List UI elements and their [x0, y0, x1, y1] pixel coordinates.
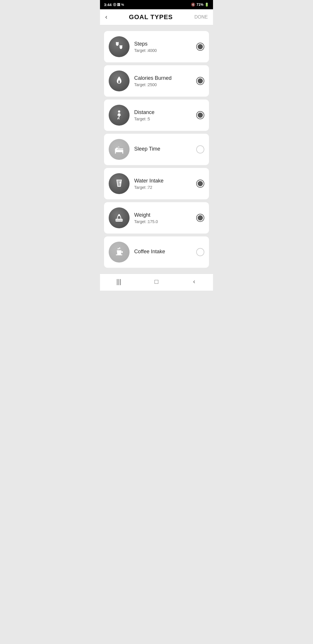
sleep-name: Sleep Time	[134, 146, 192, 152]
calories-text: Calories Burned Target :2500	[134, 75, 192, 87]
status-right: 🔇 71% 🔋	[191, 3, 209, 7]
goal-item-distance[interactable]: Distance Target :5	[104, 100, 209, 131]
steps-name: Steps	[134, 41, 192, 47]
header-divider	[100, 25, 213, 28]
water-icon-circle	[109, 173, 130, 194]
goal-item-water[interactable]: Water Intake Target :72	[104, 168, 209, 199]
weight-target: Target :175.0	[134, 219, 192, 224]
goal-item-weight[interactable]: Weight Target :175.0	[104, 202, 209, 234]
svg-rect-17	[116, 254, 122, 255]
nav-back-button[interactable]: ‹	[188, 278, 200, 285]
coffee-text: Coffee Intake	[134, 249, 192, 256]
sleep-radio[interactable]	[196, 145, 204, 153]
svg-point-3	[118, 42, 119, 43]
distance-text: Distance Target :5	[134, 109, 192, 121]
svg-rect-16	[121, 251, 123, 253]
distance-radio[interactable]	[196, 111, 204, 119]
page-title: GOAL TYPES	[129, 13, 173, 21]
calories-name: Calories Burned	[134, 75, 192, 81]
water-text: Water Intake Target :72	[134, 178, 192, 190]
water-icon	[114, 178, 125, 189]
coffee-icon	[114, 247, 125, 258]
nav-home-button[interactable]: □	[151, 278, 162, 285]
svg-point-14	[118, 214, 120, 216]
battery-label: 71%	[196, 3, 203, 7]
coffee-name: Coffee Intake	[134, 249, 192, 255]
steps-text: Steps Target :4000	[134, 41, 192, 53]
weight-radio[interactable]	[196, 214, 204, 222]
water-radio[interactable]	[196, 180, 204, 188]
coffee-radio[interactable]	[196, 248, 204, 256]
svg-point-2	[116, 42, 117, 43]
distance-name: Distance	[134, 109, 192, 115]
svg-rect-9	[115, 152, 116, 154]
goal-list: Steps Target :4000 Calories Burned Targe…	[100, 28, 213, 271]
water-target: Target :72	[134, 185, 192, 190]
calories-radio[interactable]	[196, 77, 204, 85]
steps-radio[interactable]	[196, 43, 204, 51]
weight-text: Weight Target :175.0	[134, 212, 192, 224]
battery-icon: 🔋	[205, 3, 209, 7]
steps-icon	[114, 41, 125, 52]
goal-item-coffee[interactable]: Coffee Intake	[104, 236, 209, 268]
mute-icon: 🔇	[191, 3, 195, 7]
distance-target: Target :5	[134, 117, 192, 121]
goal-item-calories[interactable]: Calories Burned Target :2500	[104, 65, 209, 97]
status-time: 3:44 ⓪ 🖼 %	[104, 3, 124, 7]
weight-name: Weight	[134, 212, 192, 218]
svg-point-5	[121, 45, 123, 46]
status-icons: ⓪ 🖼 %	[113, 3, 124, 7]
weight-icon-circle	[109, 207, 130, 228]
svg-point-4	[119, 45, 121, 46]
goal-item-sleep[interactable]: Sleep Time	[104, 134, 209, 165]
back-button[interactable]: ‹	[105, 13, 107, 21]
calories-icon	[114, 75, 125, 86]
steps-icon-circle	[109, 36, 130, 57]
svg-rect-10	[122, 152, 123, 154]
status-bar: 3:44 ⓪ 🖼 % 🔇 71% 🔋	[100, 0, 213, 9]
svg-point-6	[118, 110, 120, 113]
steps-target: Target :4000	[134, 48, 192, 53]
coffee-icon-circle	[109, 242, 130, 263]
goal-item-steps[interactable]: Steps Target :4000	[104, 31, 209, 62]
bottom-nav: ||| □ ‹	[100, 274, 213, 291]
header: ‹ GOAL TYPES DONE	[100, 9, 213, 25]
calories-icon-circle	[109, 70, 130, 91]
svg-point-12	[116, 148, 118, 149]
distance-icon-circle	[109, 105, 130, 126]
weight-icon	[114, 212, 125, 223]
distance-icon	[114, 110, 125, 121]
time-label: 3:44	[104, 3, 112, 7]
sleep-icon	[114, 144, 125, 155]
nav-menu-button[interactable]: |||	[113, 278, 125, 285]
water-name: Water Intake	[134, 178, 192, 184]
sleep-icon-circle	[109, 139, 130, 160]
done-button[interactable]: DONE	[194, 15, 208, 20]
sleep-text: Sleep Time	[134, 146, 192, 153]
calories-target: Target :2500	[134, 82, 192, 87]
